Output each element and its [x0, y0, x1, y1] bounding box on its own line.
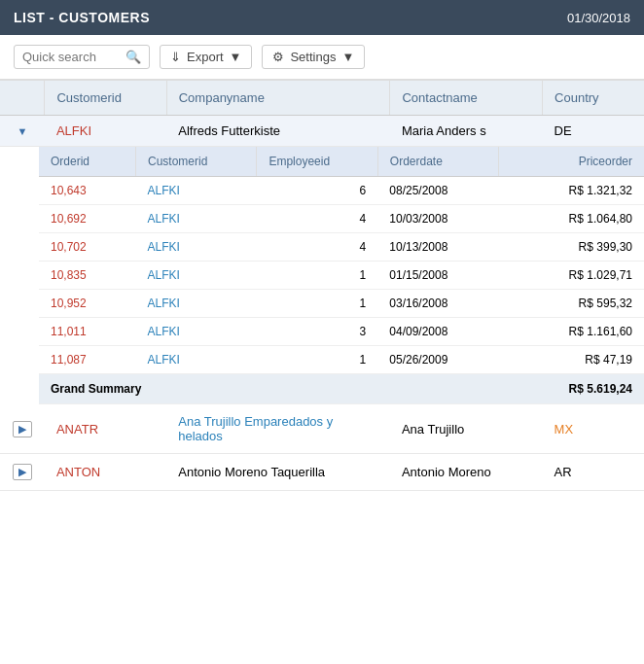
- anatr-companyname-text: Ana Trujillo Emparedados y helados: [178, 414, 333, 443]
- search-box[interactable]: 🔍: [14, 45, 150, 69]
- settings-label: Settings: [290, 50, 336, 64]
- order-price: R$ 399,30: [499, 233, 644, 262]
- order-date: 03/16/2008: [377, 290, 498, 318]
- alfki-country: DE: [543, 116, 644, 147]
- order-employeeid: 4: [257, 205, 377, 233]
- order-customerid: ALFKI: [136, 177, 257, 205]
- orders-col-orderdate: Orderdate: [377, 147, 498, 177]
- alfki-customerid-link[interactable]: ALFKI: [56, 123, 91, 138]
- order-orderid[interactable]: 10,952: [39, 290, 136, 318]
- alfki-sub-cell: Orderid Customerid Employeeid Orderdate …: [0, 147, 644, 405]
- orders-col-orderid: Orderid: [39, 147, 136, 177]
- order-orderid[interactable]: 10,692: [39, 205, 136, 233]
- col-header-customerid: Customerid: [45, 81, 166, 116]
- order-row: 11,011 ALFKI 3 04/09/2008 R$ 1.161,60: [39, 318, 644, 346]
- anatr-expand-col[interactable]: ▶: [0, 404, 45, 454]
- anton-customerid[interactable]: ANTON: [45, 454, 166, 491]
- orders-col-customerid: Customerid: [136, 147, 257, 177]
- order-date: 10/03/2008: [377, 205, 498, 233]
- table-header-row: Customerid Companyname Contactname Count…: [0, 81, 644, 116]
- anatr-country-link[interactable]: MX: [555, 422, 574, 437]
- order-date: 01/15/2008: [377, 262, 498, 290]
- alfki-orders-table: Orderid Customerid Employeeid Orderdate …: [39, 147, 644, 404]
- page-header: LIST - CUSTOMERS 01/30/2018: [0, 0, 644, 35]
- order-customerid: ALFKI: [136, 318, 257, 346]
- search-input[interactable]: [22, 50, 120, 64]
- export-chevron-icon: ▼: [230, 50, 242, 64]
- order-customerid: ALFKI: [136, 262, 257, 290]
- order-employeeid: 1: [257, 346, 377, 374]
- anatr-customerid-link[interactable]: ANATR: [56, 422, 98, 437]
- order-price: R$ 1.029,71: [499, 262, 644, 290]
- order-row: 11,087 ALFKI 1 05/26/2009 R$ 47,19: [39, 346, 644, 374]
- anton-contactname: Antonio Moreno: [390, 454, 543, 491]
- order-orderid[interactable]: 10,702: [39, 233, 136, 262]
- order-customerid: ALFKI: [136, 205, 257, 233]
- expand-arrow-icon-anton[interactable]: ▶: [13, 464, 32, 480]
- order-orderid[interactable]: 11,011: [39, 318, 136, 346]
- anatr-customerid[interactable]: ANATR: [45, 404, 166, 454]
- order-customerid: ALFKI: [136, 290, 257, 318]
- search-icon: 🔍: [125, 50, 141, 64]
- order-orderid[interactable]: 10,835: [39, 262, 136, 290]
- order-date: 05/26/2009: [377, 346, 498, 374]
- order-date: 08/25/2008: [377, 177, 498, 205]
- col-header-companyname: Companyname: [166, 81, 390, 116]
- order-employeeid: 3: [257, 318, 377, 346]
- order-date: 10/13/2008: [377, 233, 498, 262]
- table-row-anton: ▶ ANTON Antonio Moreno Taquerilla Antoni…: [0, 454, 644, 491]
- alfki-sub-row: Orderid Customerid Employeeid Orderdate …: [0, 147, 644, 405]
- settings-icon: ⚙: [272, 50, 284, 64]
- order-employeeid: 1: [257, 262, 377, 290]
- anton-expand-col[interactable]: ▶: [0, 454, 45, 491]
- collapse-arrow-icon[interactable]: ▼: [18, 125, 28, 137]
- page-title: LIST - CUSTOMERS: [14, 10, 150, 25]
- orders-col-employeeid: Employeeid: [257, 147, 377, 177]
- toolbar: 🔍 ⇓ Export ▼ ⚙ Settings ▼: [0, 35, 644, 80]
- anatr-country[interactable]: MX: [543, 404, 644, 454]
- order-customerid: ALFKI: [136, 233, 257, 262]
- settings-button[interactable]: ⚙ Settings ▼: [262, 45, 365, 69]
- order-date: 04/09/2008: [377, 318, 498, 346]
- order-price: R$ 1.321,32: [499, 177, 644, 205]
- settings-chevron-icon: ▼: [341, 50, 354, 64]
- order-price: R$ 47,19: [499, 346, 644, 374]
- anton-country: AR: [543, 454, 644, 491]
- anatr-contactname: Ana Trujillo: [390, 404, 543, 454]
- orders-col-priceorder: Priceorder: [499, 147, 644, 177]
- export-button[interactable]: ⇓ Export ▼: [160, 45, 252, 69]
- anatr-companyname: Ana Trujillo Emparedados y helados: [166, 404, 390, 454]
- table-row-anatr: ▶ ANATR Ana Trujillo Emparedados y helad…: [0, 404, 644, 454]
- alfki-contactname: Maria Anders s: [390, 116, 543, 147]
- expand-arrow-icon[interactable]: ▶: [13, 421, 32, 437]
- col-header-contactname: Contactname: [390, 81, 543, 116]
- order-employeeid: 1: [257, 290, 377, 318]
- order-row: 10,952 ALFKI 1 03/16/2008 R$ 595,32: [39, 290, 644, 318]
- order-customerid: ALFKI: [136, 346, 257, 374]
- header-date: 01/30/2018: [567, 11, 630, 25]
- order-employeeid: 6: [257, 177, 377, 205]
- order-orderid[interactable]: 10,643: [39, 177, 136, 205]
- alfki-companyname: Alfreds Futterkiste: [166, 116, 390, 147]
- order-employeeid: 4: [257, 233, 377, 262]
- col-header-country: Country: [543, 81, 644, 116]
- grand-summary-row: Grand Summary R$ 5.619,24: [39, 374, 644, 404]
- order-row: 10,835 ALFKI 1 01/15/2008 R$ 1.029,71: [39, 262, 644, 290]
- alfki-customerid[interactable]: ALFKI: [45, 116, 166, 147]
- order-price: R$ 1.161,60: [499, 318, 644, 346]
- customers-table: Customerid Companyname Contactname Count…: [0, 80, 644, 491]
- order-price: R$ 1.064,80: [499, 205, 644, 233]
- grand-summary-label: Grand Summary: [39, 374, 499, 404]
- customers-table-area: Customerid Companyname Contactname Count…: [0, 80, 644, 491]
- order-orderid[interactable]: 11,087: [39, 346, 136, 374]
- table-row-alfki: ▼ ALFKI Alfreds Futterkiste Maria Anders…: [0, 116, 644, 147]
- alfki-expand-col[interactable]: ▼: [0, 116, 45, 147]
- anton-companyname: Antonio Moreno Taquerilla: [166, 454, 390, 491]
- anton-customerid-link[interactable]: ANTON: [56, 465, 100, 479]
- order-row: 10,643 ALFKI 6 08/25/2008 R$ 1.321,32: [39, 177, 644, 205]
- export-icon: ⇓: [170, 50, 181, 64]
- export-label: Export: [187, 50, 224, 64]
- order-row: 10,692 ALFKI 4 10/03/2008 R$ 1.064,80: [39, 205, 644, 233]
- orders-header-row: Orderid Customerid Employeeid Orderdate …: [39, 147, 644, 177]
- order-price: R$ 595,32: [499, 290, 644, 318]
